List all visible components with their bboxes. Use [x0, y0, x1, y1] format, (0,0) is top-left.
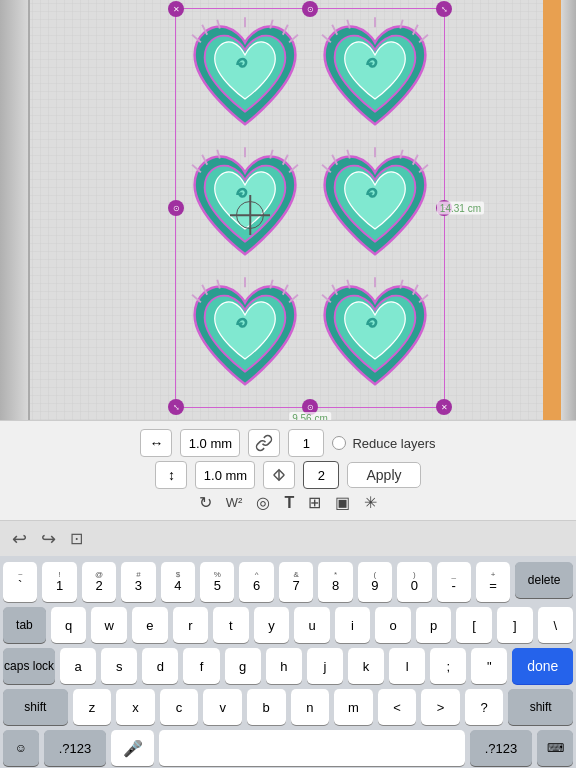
handle-top-right[interactable]: ⤡: [436, 1, 452, 17]
kb-key-f[interactable]: f: [183, 648, 219, 684]
kb-row-bottom: ☺ .?123 🎤 .?123 ⌨: [3, 730, 573, 766]
kb-key-period[interactable]: >: [421, 689, 460, 725]
target-icon[interactable]: ◎: [256, 493, 270, 512]
frame-icon[interactable]: ▣: [335, 493, 350, 512]
kb-key-slash[interactable]: ?: [465, 689, 504, 725]
handle-middle-left[interactable]: ⊙: [168, 200, 184, 216]
kb-key-c[interactable]: c: [160, 689, 199, 725]
toolbar-area: ↔ Reduce layers ↕ Apply ↻ W² ◎: [0, 420, 576, 520]
ruler-right: [543, 0, 561, 420]
kb-row-zxcv: shift z x c v b n m < > ? shift: [3, 689, 573, 725]
kb-key-s[interactable]: s: [101, 648, 137, 684]
reduce-layers-radio[interactable]: [332, 436, 346, 450]
horizontal-spacing-input[interactable]: [180, 429, 240, 457]
kb-shift-left-key[interactable]: shift: [3, 689, 68, 725]
kb-key-o[interactable]: o: [375, 607, 411, 643]
kb-key-m[interactable]: m: [334, 689, 373, 725]
kb-key-v[interactable]: v: [203, 689, 242, 725]
kb-key-e[interactable]: e: [132, 607, 168, 643]
kb-keyboard-hide-key[interactable]: ⌨: [537, 730, 573, 766]
kb-key-g[interactable]: g: [225, 648, 261, 684]
count-input-1[interactable]: [288, 429, 324, 457]
sparkle-icon[interactable]: ✳: [364, 493, 377, 512]
handle-bottom-left[interactable]: ⤡: [168, 399, 184, 415]
action-bar: ↩ ↪ ⊡: [0, 520, 576, 556]
kb-key-y[interactable]: y: [254, 607, 290, 643]
vertical-spacing-input[interactable]: [195, 461, 255, 489]
text-icon[interactable]: T: [284, 494, 294, 512]
link-icon[interactable]: [248, 429, 280, 457]
kb-key-x[interactable]: x: [116, 689, 155, 725]
kb-key-6[interactable]: ^6: [239, 562, 273, 602]
undo-button[interactable]: ↩: [12, 528, 27, 550]
toolbar-row-2: ↕ Apply: [10, 461, 566, 489]
kb-key-8[interactable]: *8: [318, 562, 352, 602]
kb-key-a[interactable]: a: [60, 648, 96, 684]
reduce-layers-container: Reduce layers: [332, 436, 435, 451]
toolbar-icons-row: ↻ W² ◎ T ⊞ ▣ ✳: [199, 493, 377, 512]
kb-key-minus[interactable]: _-: [437, 562, 471, 602]
kb-delete-key[interactable]: delete: [515, 562, 573, 598]
redo-button[interactable]: ↪: [41, 528, 56, 550]
kb-caps-lock-key[interactable]: caps lock: [3, 648, 55, 684]
kb-shift-right-key[interactable]: shift: [508, 689, 573, 725]
kb-numsym-left-key[interactable]: .?123: [44, 730, 106, 766]
kb-key-9[interactable]: (9: [358, 562, 392, 602]
kb-key-k[interactable]: k: [348, 648, 384, 684]
machine-frame-left: [0, 0, 30, 420]
kb-tab-key[interactable]: tab: [3, 607, 46, 643]
keyboard: ~` !1 @2 #3 $4 %5 ^6 &7 *8 (9 )0 _- += d…: [0, 556, 576, 768]
kb-key-backslash[interactable]: \: [538, 607, 574, 643]
kb-key-1[interactable]: !1: [42, 562, 76, 602]
kb-key-bracket-open[interactable]: [: [456, 607, 492, 643]
apply-button[interactable]: Apply: [347, 462, 420, 488]
kb-mic-key[interactable]: 🎤: [111, 730, 154, 766]
rotate-icon[interactable]: ↻: [199, 493, 212, 512]
kb-key-comma[interactable]: <: [378, 689, 417, 725]
save-button[interactable]: ⊡: [70, 529, 83, 548]
kb-numsym-right-key[interactable]: .?123: [470, 730, 532, 766]
w2-icon[interactable]: W²: [226, 495, 243, 510]
handle-top-left[interactable]: ✕: [168, 1, 184, 17]
kb-key-r[interactable]: r: [173, 607, 209, 643]
count-input-2[interactable]: [303, 461, 339, 489]
kb-key-u[interactable]: u: [294, 607, 330, 643]
grid-icon[interactable]: ⊞: [308, 493, 321, 512]
kb-key-b[interactable]: b: [247, 689, 286, 725]
kb-key-0[interactable]: )0: [397, 562, 431, 602]
kb-key-w[interactable]: w: [91, 607, 127, 643]
sort-icon[interactable]: [263, 461, 295, 489]
kb-key-n[interactable]: n: [291, 689, 330, 725]
kb-key-equals[interactable]: +=: [476, 562, 510, 602]
kb-key-d[interactable]: d: [142, 648, 178, 684]
kb-row-numbers: ~` !1 @2 #3 $4 %5 ^6 &7 *8 (9 )0 _- += d…: [3, 562, 573, 602]
kb-key-3[interactable]: #3: [121, 562, 155, 602]
kb-key-l[interactable]: l: [389, 648, 425, 684]
spacing-horizontal-icon[interactable]: ↔: [140, 429, 172, 457]
kb-key-semicolon[interactable]: ;: [430, 648, 466, 684]
kb-key-bracket-close[interactable]: ]: [497, 607, 533, 643]
height-dimension-label: 14.31 cm: [437, 202, 484, 215]
handle-bottom-right[interactable]: ✕: [436, 399, 452, 415]
kb-key-p[interactable]: p: [416, 607, 452, 643]
kb-space-key[interactable]: [159, 730, 465, 766]
toolbar-row-1: ↔ Reduce layers: [10, 429, 566, 457]
selection-box[interactable]: ✕ ⊙ ⤡ ⊙ ⊙ ⤡ ⊙ ✕ 9.56 cm 14.31 cm: [175, 8, 445, 408]
kb-key-h[interactable]: h: [266, 648, 302, 684]
width-dimension-label: 9.56 cm: [289, 412, 331, 420]
kb-done-key[interactable]: done: [512, 648, 573, 684]
kb-key-5[interactable]: %5: [200, 562, 234, 602]
kb-key-j[interactable]: j: [307, 648, 343, 684]
spacing-vertical-icon[interactable]: ↕: [155, 461, 187, 489]
kb-key-7[interactable]: &7: [279, 562, 313, 602]
kb-key-q[interactable]: q: [51, 607, 87, 643]
kb-key-t[interactable]: t: [213, 607, 249, 643]
kb-key-backtick[interactable]: ~`: [3, 562, 37, 602]
kb-key-quote[interactable]: ": [471, 648, 507, 684]
handle-top-center[interactable]: ⊙: [302, 1, 318, 17]
kb-key-4[interactable]: $4: [161, 562, 195, 602]
kb-key-2[interactable]: @2: [82, 562, 116, 602]
kb-key-z[interactable]: z: [73, 689, 112, 725]
kb-key-i[interactable]: i: [335, 607, 371, 643]
kb-emoji-key[interactable]: ☺: [3, 730, 39, 766]
